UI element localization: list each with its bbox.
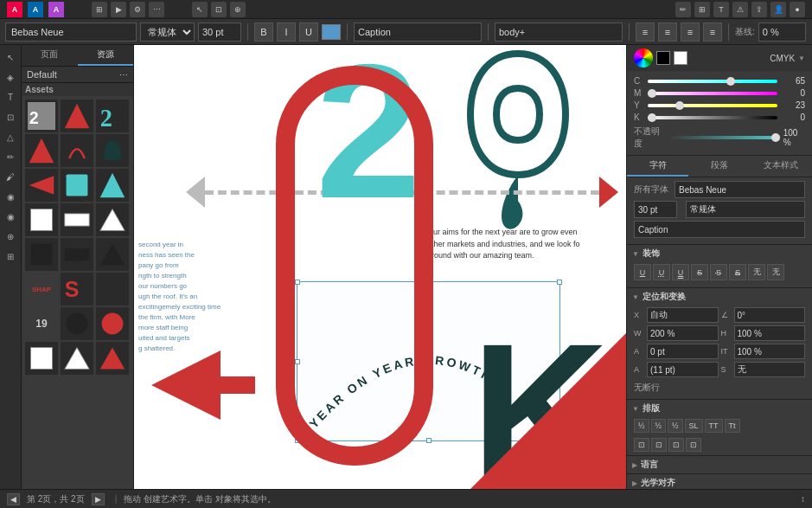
asset-white-square-2[interactable] xyxy=(25,342,58,375)
tool-crop[interactable]: ⊞ xyxy=(2,248,19,265)
asset-dark-tri[interactable] xyxy=(96,238,129,271)
pos-skew-field[interactable] xyxy=(647,344,719,359)
m-slider[interactable] xyxy=(648,92,777,95)
page-prev-btn[interactable]: ◀ xyxy=(7,493,20,505)
tool-pen[interactable]: ✏ xyxy=(2,148,19,165)
icon-cursor[interactable]: ↖ xyxy=(192,2,208,17)
asset-red-arrow-2[interactable] xyxy=(25,169,58,202)
tool-text[interactable]: T xyxy=(2,88,19,106)
asset-white-tri[interactable] xyxy=(96,203,129,236)
font-weight-field[interactable] xyxy=(686,201,805,218)
tab-para[interactable]: 段落 xyxy=(688,156,750,177)
opacity-slider[interactable] xyxy=(668,136,780,139)
deco-u2[interactable]: U xyxy=(653,264,670,280)
style-field[interactable] xyxy=(634,221,805,238)
handle-tr[interactable] xyxy=(557,280,562,285)
icon-warning[interactable]: ⚠ xyxy=(732,2,748,17)
deco-s1[interactable]: S xyxy=(691,264,708,280)
decoration-collapse[interactable]: ▼ 装饰 xyxy=(627,245,812,262)
c-slider[interactable] xyxy=(648,80,777,83)
tool-eyedrop[interactable]: ◉ xyxy=(2,208,19,225)
black-swatch[interactable] xyxy=(656,51,670,65)
font-name-field[interactable] xyxy=(675,181,805,198)
font-weight-select[interactable]: 常规体 xyxy=(140,23,195,42)
icon-pen[interactable]: ✏ xyxy=(675,2,691,17)
y-slider[interactable] xyxy=(648,104,777,107)
white-swatch[interactable] xyxy=(674,51,687,65)
menu-icon-new[interactable]: ⊞ xyxy=(92,2,107,17)
font-size-field[interactable] xyxy=(634,201,677,218)
icon-share[interactable]: ⇪ xyxy=(751,2,767,17)
pos-s-field[interactable] xyxy=(734,362,806,377)
icon-more[interactable]: ● xyxy=(790,2,805,17)
asset-white-tri-2[interactable] xyxy=(61,342,93,375)
menu-icon-open[interactable]: ▶ xyxy=(111,2,126,17)
align-center-button[interactable]: ≡ xyxy=(658,23,677,42)
asset-red-circle[interactable] xyxy=(96,307,129,340)
asset-number-2[interactable]: 2 xyxy=(96,100,129,132)
icon-type[interactable]: T xyxy=(713,2,729,17)
layout-btn-2[interactable]: ½ xyxy=(651,419,667,433)
tool-node[interactable]: ◈ xyxy=(2,68,19,86)
layout-btn-10[interactable]: ⊡ xyxy=(686,438,701,452)
layout-collapse[interactable]: ▼ 排版 xyxy=(627,400,812,417)
layout-btn-3[interactable]: ½ xyxy=(668,419,683,433)
layout-btn-7[interactable]: ⊡ xyxy=(634,438,649,452)
asset-white-square[interactable] xyxy=(25,203,58,236)
deco-u1[interactable]: U xyxy=(634,264,651,280)
icon-frame[interactable]: ⊡ xyxy=(211,2,227,17)
tool-frame[interactable]: ⊡ xyxy=(2,108,19,125)
pos-x-field[interactable] xyxy=(647,307,719,323)
deco-s2[interactable]: S xyxy=(710,264,727,280)
deco-u3[interactable]: U xyxy=(672,264,689,280)
menu-icon-settings[interactable]: ⚙ xyxy=(130,2,145,17)
style-select[interactable] xyxy=(354,23,482,42)
tool-shape[interactable]: △ xyxy=(2,128,19,145)
align-right-button[interactable]: ≡ xyxy=(681,23,700,42)
tool-zoom[interactable]: ⊕ xyxy=(2,228,19,245)
position-collapse[interactable]: ▼ 定位和变换 xyxy=(627,288,812,305)
color-wheel[interactable] xyxy=(634,48,653,68)
status-arrow[interactable]: ↕ xyxy=(801,494,805,504)
tab-assets[interactable]: 资源 xyxy=(78,45,134,66)
underline-button[interactable]: U xyxy=(299,23,318,42)
icon-user[interactable]: 👤 xyxy=(770,2,786,17)
asset-curve[interactable] xyxy=(61,134,93,167)
asset-teal-rect[interactable] xyxy=(61,169,93,202)
font-name-input[interactable] xyxy=(5,23,137,42)
align-justify-button[interactable]: ≡ xyxy=(703,23,722,42)
asset-dark-rect[interactable] xyxy=(61,238,93,271)
tab-char[interactable]: 字符 xyxy=(627,156,688,177)
tool-fill[interactable]: ◉ xyxy=(2,188,19,205)
asset-photo[interactable]: 2 xyxy=(25,100,58,132)
menu-icon-extra[interactable]: ⋯ xyxy=(149,2,164,17)
layout-btn-9[interactable]: ⊡ xyxy=(668,438,684,452)
font-size-input[interactable] xyxy=(198,23,241,42)
bold-button[interactable]: B xyxy=(254,23,273,42)
asset-red-arrow[interactable] xyxy=(61,100,93,132)
panel-menu-icon[interactable]: ⋯ xyxy=(119,70,128,80)
body-plus-select[interactable] xyxy=(495,23,623,42)
optical-collapse[interactable]: ▶ 光学对齐 xyxy=(627,474,812,489)
tool-paint[interactable]: 🖌 xyxy=(2,168,19,185)
tab-text-style[interactable]: 文本样式 xyxy=(751,156,812,177)
asset-dark-square[interactable] xyxy=(25,238,58,271)
asset-red-s[interactable]: S xyxy=(61,273,93,305)
deco-s3[interactable]: S xyxy=(729,264,746,280)
asset-dark-shape[interactable] xyxy=(96,134,129,167)
deco-none2[interactable]: 无 xyxy=(767,264,784,280)
asset-red-tri-2[interactable] xyxy=(96,342,129,375)
layout-btn-5[interactable]: TT xyxy=(705,419,723,433)
k-slider[interactable] xyxy=(648,116,777,119)
layout-btn-6[interactable]: Tt xyxy=(725,419,740,433)
layout-btn-4[interactable]: SL xyxy=(685,419,703,433)
align-left-button[interactable]: ≡ xyxy=(636,23,655,42)
layout-btn-8[interactable]: ⊡ xyxy=(651,438,667,452)
asset-dark-circle[interactable] xyxy=(61,307,93,340)
tab-pages[interactable]: 页面 xyxy=(22,45,78,66)
pos-w-field[interactable] xyxy=(647,325,719,341)
icon-grid[interactable]: ⊞ xyxy=(694,2,710,17)
canvas-area[interactable]: 2 second year inness has seen thepany go… xyxy=(134,45,626,489)
baseline-input[interactable] xyxy=(758,23,806,42)
deco-none1[interactable]: 无 xyxy=(748,264,765,280)
